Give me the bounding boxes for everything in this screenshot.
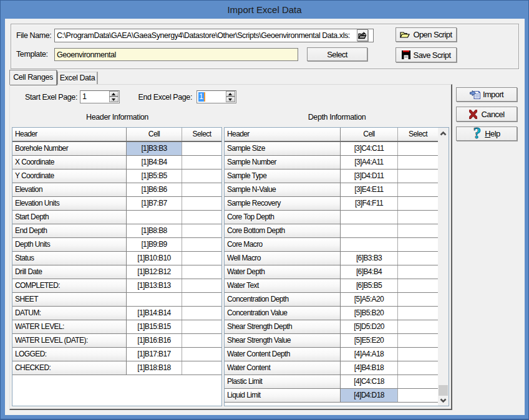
svg-text:?: ?	[473, 127, 481, 141]
